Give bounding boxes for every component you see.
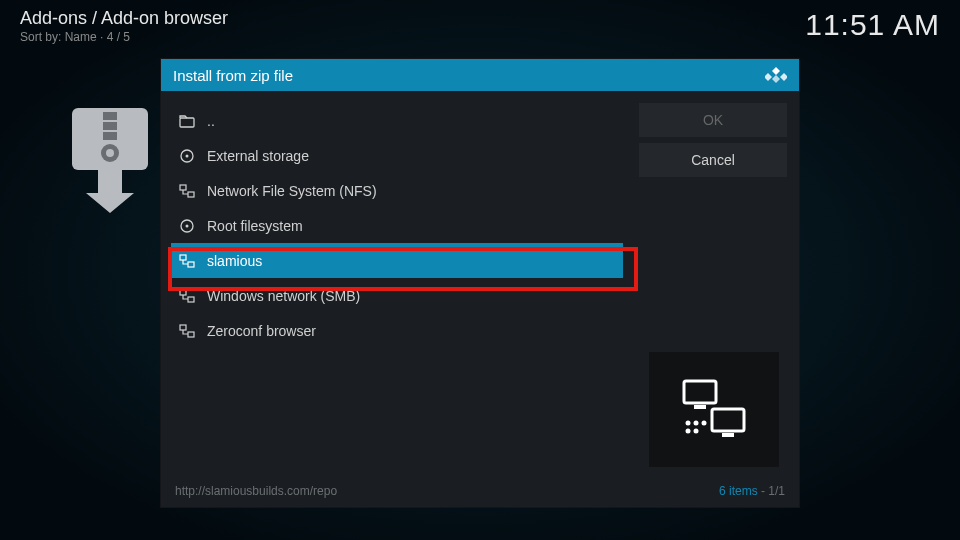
list-item-external-storage[interactable]: External storage (171, 138, 623, 173)
list-item-label: .. (207, 113, 215, 129)
svg-rect-21 (712, 409, 744, 431)
svg-rect-3 (103, 132, 117, 140)
svg-rect-17 (180, 325, 186, 330)
list-item-label: slamious (207, 253, 262, 269)
list-item-nfs[interactable]: Network File System (NFS) (171, 173, 623, 208)
network-icon (179, 184, 195, 198)
cancel-button[interactable]: Cancel (639, 143, 787, 177)
disk-icon (179, 149, 195, 163)
svg-point-23 (686, 420, 691, 425)
footer-path: http://slamiousbuilds.com/repo (175, 484, 337, 498)
network-icon (179, 254, 195, 268)
clock: 11:51 AM (805, 8, 940, 42)
install-from-zip-dialog: Install from zip file .. Extern (160, 58, 800, 508)
svg-rect-2 (103, 122, 117, 130)
svg-rect-13 (180, 255, 186, 260)
svg-point-8 (186, 154, 189, 157)
svg-rect-19 (684, 381, 716, 403)
list-item-label: Root filesystem (207, 218, 303, 234)
list-item-label: External storage (207, 148, 309, 164)
svg-rect-16 (188, 297, 194, 302)
list-item-zeroconf[interactable]: Zeroconf browser (171, 313, 623, 348)
dialog-footer: http://slamiousbuilds.com/repo 6 items -… (161, 481, 799, 507)
svg-point-25 (702, 420, 707, 425)
svg-rect-1 (103, 112, 117, 120)
list-item-smb[interactable]: Windows network (SMB) (171, 278, 623, 313)
svg-rect-9 (180, 185, 186, 190)
svg-rect-6 (180, 118, 194, 127)
svg-rect-22 (722, 433, 734, 437)
list-item-slamious[interactable]: slamious (171, 243, 623, 278)
file-list[interactable]: .. External storage Network File System … (171, 103, 631, 481)
breadcrumb: Add-ons / Add-on browser (20, 8, 228, 29)
ok-button[interactable]: OK (639, 103, 787, 137)
disk-icon (179, 219, 195, 233)
preview-thumbnail (649, 352, 779, 467)
svg-rect-10 (188, 192, 194, 197)
dialog-body: .. External storage Network File System … (161, 91, 799, 481)
svg-point-12 (186, 224, 189, 227)
dialog-header: Install from zip file (161, 59, 799, 91)
zip-install-icon (68, 108, 152, 213)
list-item-label: Windows network (SMB) (207, 288, 360, 304)
list-item-label: Zeroconf browser (207, 323, 316, 339)
svg-rect-14 (188, 262, 194, 267)
list-item-root[interactable]: Root filesystem (171, 208, 623, 243)
footer-count: 6 items - 1/1 (719, 484, 785, 498)
top-bar: Add-ons / Add-on browser Sort by: Name ·… (0, 0, 960, 50)
folder-up-icon (179, 114, 195, 128)
svg-point-26 (686, 428, 691, 433)
svg-rect-15 (180, 290, 186, 295)
svg-rect-18 (188, 332, 194, 337)
svg-point-5 (106, 149, 114, 157)
svg-point-27 (694, 428, 699, 433)
top-left: Add-ons / Add-on browser Sort by: Name ·… (20, 8, 228, 44)
list-item-label: Network File System (NFS) (207, 183, 377, 199)
sort-info: Sort by: Name · 4 / 5 (20, 30, 228, 44)
svg-rect-20 (694, 405, 706, 409)
kodi-logo-icon (765, 66, 787, 84)
network-icon (179, 324, 195, 338)
svg-point-24 (694, 420, 699, 425)
list-item-parent[interactable]: .. (171, 103, 623, 138)
network-icon (179, 289, 195, 303)
dialog-title: Install from zip file (173, 67, 293, 84)
